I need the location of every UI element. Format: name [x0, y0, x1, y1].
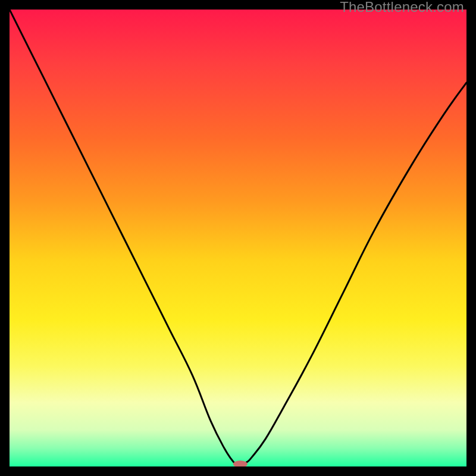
plot-area: [10, 10, 466, 466]
watermark-text: TheBottleneck.com: [340, 0, 464, 15]
chart-frame: TheBottleneck.com: [0, 0, 476, 476]
bottleneck-chart: [10, 10, 466, 466]
gradient-background: [10, 10, 466, 466]
